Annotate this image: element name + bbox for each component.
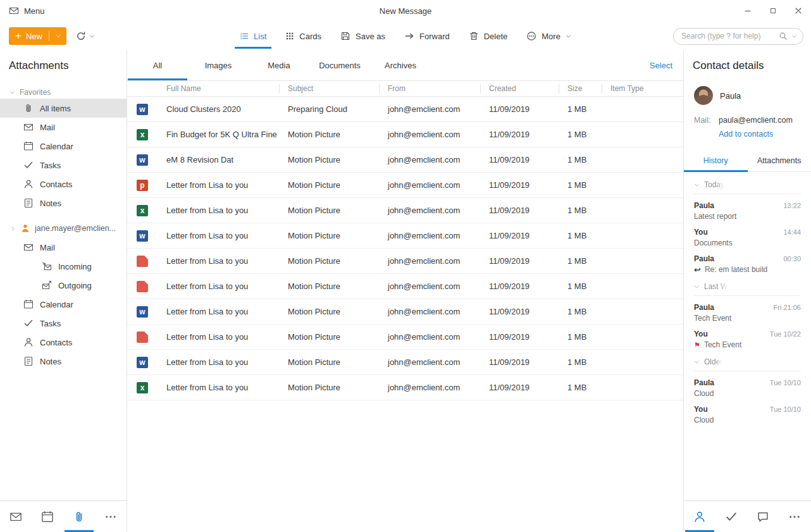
action-label: Save as (356, 32, 385, 41)
chevron-down-icon[interactable] (791, 34, 797, 39)
column-item-type[interactable]: Item Type (602, 81, 683, 96)
minimize-button[interactable] (735, 0, 760, 22)
column-from[interactable]: From (379, 81, 480, 96)
file-type-icon (137, 256, 148, 267)
close-button[interactable] (786, 0, 811, 22)
history-section-older[interactable]: Older (694, 349, 801, 371)
table-row[interactable]: Letter from Lisa to you Motion Picture j… (127, 223, 683, 249)
new-button[interactable]: + New (9, 27, 66, 45)
account-item-calendar[interactable]: Calendar (0, 295, 127, 314)
sidebar-item-label: Incoming (58, 262, 92, 271)
column-created[interactable]: Created (480, 81, 559, 96)
table-row[interactable]: Letter from Lisa to you Motion Picture j… (127, 350, 683, 375)
dock-attachments-button[interactable] (63, 501, 95, 532)
dock-more-button[interactable] (779, 501, 810, 532)
filter-tab-all[interactable]: All (127, 51, 188, 80)
table-row[interactable]: eM 8 Revision Dat Motion Picture john@em… (127, 147, 683, 173)
account-row[interactable]: jane.mayer@emclien... (0, 219, 127, 238)
table-row[interactable]: Letter from Lisa to you Motion Picture j… (127, 249, 683, 274)
sidebar-item-tasks[interactable]: Tasks (0, 156, 127, 175)
table-row[interactable]: Letter from Lisa to you Motion Picture j… (127, 173, 683, 198)
file-type-icon (137, 357, 148, 368)
filter-tab-archives[interactable]: Archives (370, 51, 431, 80)
dock-mail-button[interactable] (0, 501, 32, 532)
account-item-incoming[interactable]: Incoming (0, 257, 127, 276)
cell-subject: Motion Picture (279, 231, 379, 240)
favorites-header[interactable]: Favorites (0, 86, 127, 99)
chevron-down-icon[interactable] (55, 33, 61, 39)
toolbar-action-cards[interactable]: Cards (276, 22, 331, 51)
right-dock (684, 500, 811, 532)
sidebar-item-notes[interactable]: Notes (0, 194, 127, 213)
account-item-notes[interactable]: Notes (0, 352, 127, 371)
menu-button[interactable]: Menu (9, 6, 45, 16)
dock-tasks-button[interactable] (715, 501, 747, 532)
toolbar-action-delete[interactable]: Delete (459, 22, 517, 51)
account-item-mail[interactable]: Mail (0, 238, 127, 257)
history-section-today[interactable]: Today (694, 172, 801, 194)
sidebar-item-calendar[interactable]: Calendar (0, 137, 127, 156)
table-row[interactable]: Fin Budget for 5K Q Ultra Fine Motion Pi… (127, 122, 683, 147)
tasks-check-icon (23, 160, 34, 170)
maximize-button[interactable] (760, 0, 786, 22)
history-subject: Tech Event (694, 314, 731, 323)
mail-icon (9, 6, 19, 16)
account-item-outgoing[interactable]: Outgoing (0, 276, 127, 295)
table-row[interactable]: Letter from Lisa to you Motion Picture j… (127, 325, 683, 350)
filter-tab-images[interactable]: Images (188, 51, 249, 80)
search-icon[interactable] (779, 32, 788, 40)
history-item[interactable]: PaulaTue 10/10 Cloud (694, 371, 801, 398)
table-row[interactable]: Letter from Lisa to you Motion Picture j… (127, 375, 683, 400)
toolbar-action-list[interactable]: List (230, 22, 276, 51)
cell-full-name: eM 8 Revision Dat (158, 155, 279, 164)
table-row[interactable]: Cloud Clusters 2020 Preparing Cloud john… (127, 97, 683, 122)
tab-attachments[interactable]: Attachments (748, 151, 811, 171)
filter-tab-media[interactable]: Media (249, 51, 309, 80)
cell-subject: Motion Picture (279, 307, 379, 316)
dock-more-button[interactable] (95, 501, 127, 532)
table-row[interactable]: Letter from Lisa to you Motion Picture j… (127, 274, 683, 299)
refresh-button[interactable] (76, 31, 95, 41)
sidebar-item-contacts[interactable]: Contacts (0, 175, 127, 194)
cell-from: john@emclient.com (379, 281, 480, 291)
file-icon-cell (127, 357, 158, 368)
select-link[interactable]: Select (650, 61, 683, 70)
filter-tab-documents[interactable]: Documents (309, 51, 370, 80)
sidebar-item-all-items[interactable]: All items (0, 99, 127, 118)
toolbar-action-save-as[interactable]: Save as (331, 22, 395, 51)
refresh-icon (76, 31, 86, 41)
dock-calendar-button[interactable] (32, 501, 63, 532)
contact-details-pane: Contact details Paula Mail: paula@emclie… (683, 51, 811, 532)
cell-created: 11/09/2019 (480, 180, 559, 190)
column-subject[interactable]: Subject (279, 81, 379, 96)
table-row[interactable]: Letter from Lisa to you Motion Picture j… (127, 198, 683, 223)
chevron-down-icon (694, 284, 700, 290)
search-input[interactable] (681, 32, 775, 40)
minimize-icon (743, 6, 752, 15)
sidebar-item-mail[interactable]: Mail (0, 118, 127, 137)
toolbar-actions: List Cards Save as Forward Delete More (230, 22, 581, 51)
account-item-contacts[interactable]: Contacts (0, 333, 127, 352)
chevron-down-icon[interactable] (89, 34, 95, 39)
search-box[interactable] (673, 28, 803, 45)
history-item[interactable]: You14:44 Documents (694, 221, 801, 247)
history-list: Today Paula13:22 Latest report You14:44 … (684, 172, 811, 424)
column-full-name[interactable]: Full Name (158, 81, 279, 96)
table-row[interactable]: Letter from Lisa to you Motion Picture j… (127, 299, 683, 325)
tab-history[interactable]: History (684, 151, 748, 171)
chevron-down-icon (9, 90, 15, 96)
history-item[interactable]: PaulaFri 21:06 Tech Event (694, 296, 801, 323)
history-item[interactable]: Paula00:30 Re: em latest build (694, 247, 801, 274)
notes-icon (23, 198, 34, 208)
history-item[interactable]: YouTue 10/10 Cloud (694, 398, 801, 424)
column-size[interactable]: Size (559, 81, 602, 96)
history-section-last-week[interactable]: Last Week (694, 274, 801, 296)
history-item[interactable]: Paula13:22 Latest report (694, 194, 801, 221)
add-to-contacts-link[interactable]: Add to contacts (719, 130, 773, 139)
toolbar-action-forward[interactable]: Forward (395, 22, 459, 51)
account-item-tasks[interactable]: Tasks (0, 314, 127, 333)
toolbar-action-more[interactable]: More (517, 22, 581, 51)
dock-chat-button[interactable] (747, 501, 779, 532)
history-item[interactable]: YouTue 10/22 Tech Event (694, 323, 801, 349)
dock-contacts-button[interactable] (684, 501, 715, 532)
